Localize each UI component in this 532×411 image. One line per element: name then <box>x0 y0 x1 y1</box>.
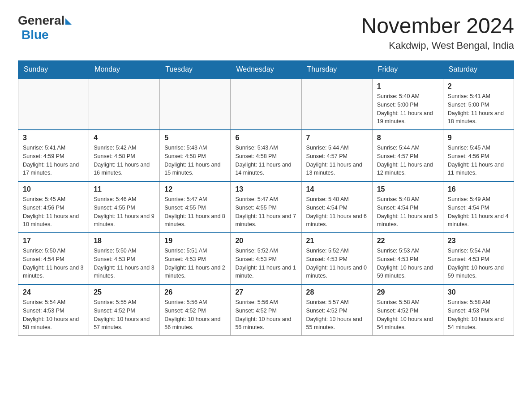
day-number: 21 <box>306 237 368 245</box>
title-area: November 2024 Kakdwip, West Bengal, Indi… <box>361 13 514 51</box>
day-info: Sunrise: 5:44 AMSunset: 4:57 PMDaylight:… <box>306 144 368 177</box>
day-info: Sunrise: 5:47 AMSunset: 4:55 PMDaylight:… <box>235 195 296 229</box>
logo-general-text: General <box>18 13 64 28</box>
calendar-week-row: 10Sunrise: 5:45 AMSunset: 4:56 PMDayligh… <box>18 181 514 233</box>
day-number: 2 <box>448 82 509 90</box>
calendar-day-cell <box>160 78 231 130</box>
day-number: 3 <box>23 134 84 142</box>
day-number: 7 <box>306 134 368 142</box>
calendar-day-cell: 20Sunrise: 5:52 AMSunset: 4:53 PMDayligh… <box>231 233 301 284</box>
calendar-day-cell: 19Sunrise: 5:51 AMSunset: 4:53 PMDayligh… <box>160 233 231 284</box>
day-number: 18 <box>94 237 155 245</box>
location-text: Kakdwip, West Bengal, India <box>361 40 514 51</box>
day-of-week-header: Sunday <box>18 61 89 79</box>
calendar-day-cell: 14Sunrise: 5:48 AMSunset: 4:54 PMDayligh… <box>301 181 372 233</box>
calendar-day-cell: 2Sunrise: 5:41 AMSunset: 5:00 PMDaylight… <box>443 78 514 130</box>
day-info: Sunrise: 5:51 AMSunset: 4:53 PMDaylight:… <box>164 247 226 280</box>
day-info: Sunrise: 5:52 AMSunset: 4:53 PMDaylight:… <box>235 247 296 280</box>
day-of-week-header: Saturday <box>443 61 514 79</box>
day-number: 6 <box>235 134 296 142</box>
calendar-day-cell: 5Sunrise: 5:43 AMSunset: 4:58 PMDaylight… <box>160 130 231 181</box>
day-info: Sunrise: 5:57 AMSunset: 4:52 PMDaylight:… <box>306 298 368 332</box>
day-number: 13 <box>235 185 296 193</box>
day-of-week-header: Monday <box>89 61 160 79</box>
day-info: Sunrise: 5:50 AMSunset: 4:53 PMDaylight:… <box>94 247 155 280</box>
calendar-day-cell <box>231 78 301 130</box>
calendar-day-cell: 10Sunrise: 5:45 AMSunset: 4:56 PMDayligh… <box>18 181 89 233</box>
calendar-day-cell: 13Sunrise: 5:47 AMSunset: 4:55 PMDayligh… <box>231 181 301 233</box>
day-info: Sunrise: 5:53 AMSunset: 4:53 PMDaylight:… <box>377 247 438 280</box>
day-info: Sunrise: 5:46 AMSunset: 4:55 PMDaylight:… <box>94 195 155 229</box>
day-info: Sunrise: 5:49 AMSunset: 4:54 PMDaylight:… <box>448 195 509 229</box>
calendar-day-cell: 12Sunrise: 5:47 AMSunset: 4:55 PMDayligh… <box>160 181 231 233</box>
day-of-week-header: Tuesday <box>160 61 231 79</box>
day-number: 20 <box>235 237 296 245</box>
day-number: 4 <box>94 134 155 142</box>
day-number: 5 <box>164 134 226 142</box>
logo-blue-text: Blue <box>21 28 49 42</box>
calendar-day-cell: 16Sunrise: 5:49 AMSunset: 4:54 PMDayligh… <box>443 181 514 233</box>
day-number: 29 <box>377 288 438 296</box>
calendar-day-cell: 9Sunrise: 5:45 AMSunset: 4:56 PMDaylight… <box>443 130 514 181</box>
calendar-day-cell: 26Sunrise: 5:56 AMSunset: 4:52 PMDayligh… <box>160 284 231 336</box>
day-number: 11 <box>94 185 155 193</box>
calendar-day-cell: 30Sunrise: 5:58 AMSunset: 4:53 PMDayligh… <box>443 284 514 336</box>
day-info: Sunrise: 5:43 AMSunset: 4:58 PMDaylight:… <box>235 144 296 177</box>
day-of-week-header: Thursday <box>301 61 372 79</box>
day-number: 24 <box>23 288 84 296</box>
calendar-week-row: 24Sunrise: 5:54 AMSunset: 4:53 PMDayligh… <box>18 284 514 336</box>
day-number: 28 <box>306 288 368 296</box>
day-info: Sunrise: 5:43 AMSunset: 4:58 PMDaylight:… <box>164 144 226 177</box>
calendar-day-cell: 25Sunrise: 5:55 AMSunset: 4:52 PMDayligh… <box>89 284 160 336</box>
day-info: Sunrise: 5:55 AMSunset: 4:52 PMDaylight:… <box>94 298 155 332</box>
day-info: Sunrise: 5:44 AMSunset: 4:57 PMDaylight:… <box>377 144 438 177</box>
day-info: Sunrise: 5:41 AMSunset: 4:59 PMDaylight:… <box>23 144 84 177</box>
day-info: Sunrise: 5:56 AMSunset: 4:52 PMDaylight:… <box>235 298 296 332</box>
calendar-table: SundayMondayTuesdayWednesdayThursdayFrid… <box>18 60 514 336</box>
day-info: Sunrise: 5:41 AMSunset: 5:00 PMDaylight:… <box>448 92 509 126</box>
day-number: 27 <box>235 288 296 296</box>
calendar-day-cell: 17Sunrise: 5:50 AMSunset: 4:54 PMDayligh… <box>18 233 89 284</box>
calendar-day-cell: 22Sunrise: 5:53 AMSunset: 4:53 PMDayligh… <box>372 233 443 284</box>
day-info: Sunrise: 5:54 AMSunset: 4:53 PMDaylight:… <box>23 298 84 332</box>
day-number: 26 <box>164 288 226 296</box>
calendar-day-cell: 27Sunrise: 5:56 AMSunset: 4:52 PMDayligh… <box>231 284 301 336</box>
day-info: Sunrise: 5:50 AMSunset: 4:54 PMDaylight:… <box>23 247 84 280</box>
day-info: Sunrise: 5:48 AMSunset: 4:54 PMDaylight:… <box>306 195 368 229</box>
day-number: 15 <box>377 185 438 193</box>
day-number: 9 <box>448 134 509 142</box>
calendar-day-cell: 23Sunrise: 5:54 AMSunset: 4:53 PMDayligh… <box>443 233 514 284</box>
logo-arrow-icon <box>65 18 72 25</box>
calendar-day-cell: 6Sunrise: 5:43 AMSunset: 4:58 PMDaylight… <box>231 130 301 181</box>
calendar-day-cell: 4Sunrise: 5:42 AMSunset: 4:58 PMDaylight… <box>89 130 160 181</box>
day-number: 22 <box>377 237 438 245</box>
day-of-week-header: Friday <box>372 61 443 79</box>
calendar-day-cell <box>18 78 89 130</box>
calendar-day-cell: 29Sunrise: 5:58 AMSunset: 4:52 PMDayligh… <box>372 284 443 336</box>
day-info: Sunrise: 5:45 AMSunset: 4:56 PMDaylight:… <box>23 195 84 229</box>
day-number: 14 <box>306 185 368 193</box>
calendar-day-cell: 1Sunrise: 5:40 AMSunset: 5:00 PMDaylight… <box>372 78 443 130</box>
day-info: Sunrise: 5:58 AMSunset: 4:53 PMDaylight:… <box>448 298 509 332</box>
calendar-day-cell <box>89 78 160 130</box>
day-info: Sunrise: 5:52 AMSunset: 4:53 PMDaylight:… <box>306 247 368 280</box>
calendar-day-cell: 18Sunrise: 5:50 AMSunset: 4:53 PMDayligh… <box>89 233 160 284</box>
day-number: 30 <box>448 288 509 296</box>
day-info: Sunrise: 5:58 AMSunset: 4:52 PMDaylight:… <box>377 298 438 332</box>
calendar-day-cell: 7Sunrise: 5:44 AMSunset: 4:57 PMDaylight… <box>301 130 372 181</box>
logo: General Blue <box>18 13 72 42</box>
day-info: Sunrise: 5:48 AMSunset: 4:54 PMDaylight:… <box>377 195 438 229</box>
month-title: November 2024 <box>361 13 514 38</box>
calendar-week-row: 17Sunrise: 5:50 AMSunset: 4:54 PMDayligh… <box>18 233 514 284</box>
calendar-week-row: 1Sunrise: 5:40 AMSunset: 5:00 PMDaylight… <box>18 78 514 130</box>
calendar-week-row: 3Sunrise: 5:41 AMSunset: 4:59 PMDaylight… <box>18 130 514 181</box>
day-info: Sunrise: 5:47 AMSunset: 4:55 PMDaylight:… <box>164 195 226 229</box>
day-number: 10 <box>23 185 84 193</box>
day-number: 25 <box>94 288 155 296</box>
day-number: 23 <box>448 237 509 245</box>
calendar-day-cell: 28Sunrise: 5:57 AMSunset: 4:52 PMDayligh… <box>301 284 372 336</box>
calendar-day-cell <box>301 78 372 130</box>
day-number: 8 <box>377 134 438 142</box>
calendar-day-cell: 3Sunrise: 5:41 AMSunset: 4:59 PMDaylight… <box>18 130 89 181</box>
page-header: General Blue November 2024 Kakdwip, West… <box>18 13 514 51</box>
